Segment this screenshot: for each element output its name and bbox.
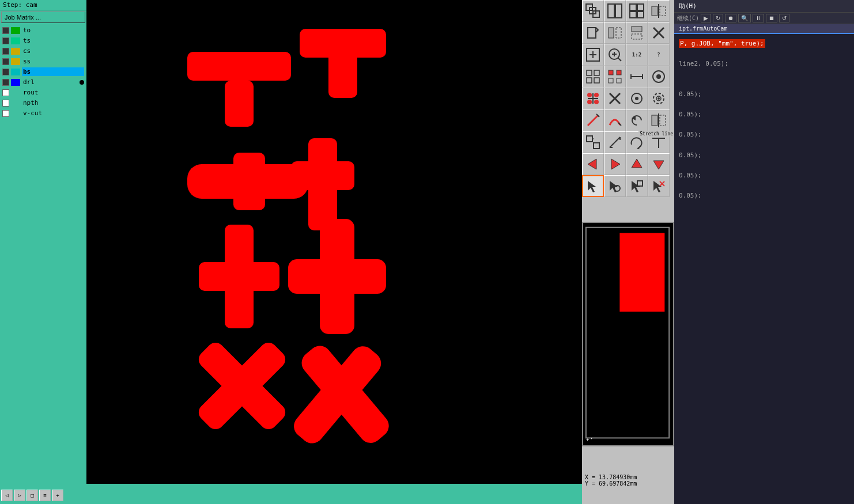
- main-canvas: [86, 0, 582, 484]
- code-line-6: 0.05);: [679, 89, 849, 100]
- layer-checkbox-ts[interactable]: [2, 37, 9, 44]
- svg-rect-5: [233, 153, 265, 210]
- refresh-btn[interactable]: ↻: [713, 14, 723, 22]
- code-toolbar: 继续(C) ▶ ↻ ⏺ 🔍 ⏸ ⏹ ↺: [674, 13, 854, 24]
- layer-color-cs: [11, 48, 20, 55]
- measure-btn[interactable]: [626, 66, 648, 88]
- stretch-corner-btn[interactable]: [582, 131, 604, 153]
- delete-btn[interactable]: [648, 22, 670, 44]
- flip-h-btn[interactable]: [604, 22, 626, 44]
- code-line-5: [679, 79, 849, 89]
- record-btn[interactable]: ⏺: [725, 14, 736, 22]
- layer-checkbox-v-cut[interactable]: [2, 110, 9, 117]
- layer-checkbox-to[interactable]: [2, 27, 9, 34]
- stretch-line-tooltip: Stretch line: [638, 131, 674, 137]
- mirror-btn[interactable]: [648, 0, 670, 22]
- ratio-label: 1:2: [632, 52, 641, 58]
- help-btn[interactable]: ?: [648, 44, 670, 66]
- select-arrow-btn[interactable]: [582, 175, 604, 197]
- layer-name-ts: ts: [22, 36, 84, 45]
- layer-item-bs[interactable]: bs: [1, 67, 85, 77]
- svg-rect-44: [587, 78, 592, 83]
- code-title: 助(H): [679, 2, 697, 10]
- bottom-btn-5[interactable]: +: [52, 490, 63, 501]
- triangle-l-btn[interactable]: [582, 153, 604, 175]
- layer-name-to: to: [22, 26, 84, 35]
- svg-rect-45: [594, 78, 599, 83]
- copy-matrix-btn[interactable]: [582, 0, 604, 22]
- triangle-u-btn[interactable]: [626, 153, 648, 175]
- triple-dot-btn[interactable]: [648, 88, 670, 109]
- grid-snap-btn[interactable]: [582, 66, 604, 88]
- layer-checkbox-bs[interactable]: [2, 69, 9, 75]
- zoom-code-btn[interactable]: 🔍: [738, 14, 751, 22]
- layer-item-v-cut[interactable]: v-cut: [1, 108, 85, 118]
- select-region-btn[interactable]: [626, 175, 648, 197]
- layer-checkbox-cs[interactable]: [2, 48, 9, 55]
- zoom-in-btn[interactable]: [604, 44, 626, 66]
- code-line-10: 0.05);: [679, 130, 849, 140]
- layer-name-rout: rout: [22, 88, 84, 97]
- stop-btn[interactable]: ⏹: [766, 14, 777, 22]
- svg-rect-75: [594, 143, 599, 149]
- ratio-1-1-btn[interactable]: 1:2: [626, 44, 648, 66]
- select-connected-btn[interactable]: [648, 175, 670, 197]
- code-tab[interactable]: ipt.frmAutoCam: [674, 24, 854, 34]
- layer-item-npth[interactable]: npth: [1, 98, 85, 108]
- bottom-btn-2[interactable]: ▷: [14, 490, 25, 501]
- bottom-btn-1[interactable]: ◁: [1, 490, 13, 501]
- select-lasso-btn[interactable]: [604, 175, 626, 197]
- layer-checkbox-ss[interactable]: [2, 58, 9, 65]
- layer-item-rout[interactable]: rout: [1, 88, 85, 97]
- dot-circle-btn[interactable]: [626, 88, 648, 109]
- undo-btn[interactable]: [626, 109, 648, 131]
- mini-preview-canvas: [583, 223, 673, 445]
- triangle-d-btn[interactable]: [648, 153, 670, 175]
- curve-edit-btn[interactable]: [604, 109, 626, 131]
- triangle-r-btn[interactable]: [604, 153, 626, 175]
- code-line-11: [679, 140, 849, 150]
- flip-lr-btn[interactable]: [648, 109, 670, 131]
- svg-point-56: [594, 93, 599, 97]
- layer-checkbox-npth[interactable]: [2, 100, 9, 107]
- copy-array-btn[interactable]: [626, 0, 648, 22]
- svg-rect-74: [587, 136, 592, 142]
- job-matrix-button[interactable]: Job Matrix ...: [1, 12, 85, 23]
- toolbar-row-8: [582, 153, 674, 175]
- layer-item-ts[interactable]: ts: [1, 36, 85, 46]
- flip-v-btn[interactable]: [626, 22, 648, 44]
- layer-item-cs[interactable]: cs: [1, 46, 85, 56]
- x-shape-btn[interactable]: [604, 88, 626, 109]
- layer-checkbox-drl[interactable]: [2, 79, 9, 86]
- coords-bar: X = 13.784930mm Y = 69.697842mm: [582, 472, 674, 504]
- dot-plus-btn[interactable]: [582, 88, 604, 109]
- toolbar-row-7: Stretch line: [582, 131, 674, 153]
- bottom-toolbar: ◁ ▷ □ ≡ +: [0, 487, 86, 504]
- circle-target-btn[interactable]: [648, 66, 670, 88]
- bottom-btn-4[interactable]: ≡: [39, 490, 51, 501]
- scale-btn[interactable]: [604, 131, 626, 153]
- toolbar-row-3: 1:2 ?: [582, 44, 674, 66]
- main-status-bar: [86, 484, 582, 504]
- layer-item-drl[interactable]: drl: [1, 77, 85, 87]
- layer-item-ss[interactable]: ss: [1, 56, 85, 66]
- copy-step-btn[interactable]: [604, 0, 626, 22]
- layer-item-to[interactable]: to: [1, 25, 85, 35]
- line-edit-btn[interactable]: [582, 109, 604, 131]
- svg-point-55: [587, 93, 592, 97]
- restart-btn[interactable]: ↺: [779, 14, 789, 22]
- svg-rect-49: [617, 78, 621, 83]
- layer-name-drl: drl: [22, 78, 78, 86]
- svg-rect-19: [608, 4, 614, 18]
- zoom-fit-btn[interactable]: [582, 44, 604, 66]
- cursor-btn[interactable]: [604, 66, 626, 88]
- svg-rect-31: [632, 26, 642, 32]
- y-label: Y =: [585, 480, 595, 487]
- layer-checkbox-rout[interactable]: [2, 89, 9, 96]
- pause-btn[interactable]: ⏸: [753, 14, 764, 22]
- svg-rect-21: [630, 4, 636, 10]
- svg-rect-47: [617, 70, 621, 75]
- bottom-btn-3[interactable]: □: [27, 490, 38, 501]
- continue-btn[interactable]: ▶: [701, 14, 711, 22]
- rotate90-btn[interactable]: [582, 22, 604, 44]
